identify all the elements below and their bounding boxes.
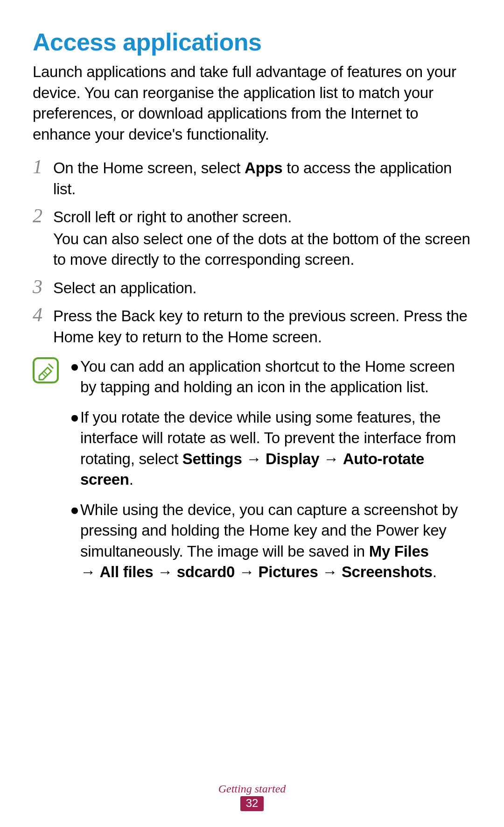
step-4: 4 Press the Back key to return to the pr… bbox=[33, 306, 471, 347]
page-footer: Getting started 32 bbox=[0, 783, 504, 811]
bullet-icon: ● bbox=[70, 356, 80, 377]
note-bold: sdcard0 bbox=[177, 563, 235, 580]
note-item: ● While using the device, you can captur… bbox=[70, 500, 471, 583]
page-title: Access applications bbox=[33, 28, 471, 56]
intro-paragraph: Launch applications and take full advant… bbox=[33, 62, 471, 145]
svg-line-2 bbox=[42, 373, 46, 377]
note-text: You can add an application shortcut to t… bbox=[80, 356, 471, 398]
step-bold: Apps bbox=[245, 159, 282, 177]
step-2: 2 Scroll left or right to another screen… bbox=[33, 207, 471, 270]
arrow-icon: → bbox=[80, 563, 100, 580]
svg-line-3 bbox=[44, 371, 48, 375]
step-body: Select an application. bbox=[53, 278, 471, 299]
step-text: Press the Back key to return to the prev… bbox=[53, 307, 468, 346]
step-number: 3 bbox=[33, 277, 53, 297]
note-text-part: . bbox=[433, 563, 437, 580]
note-bold: Screenshots bbox=[342, 563, 433, 580]
step-text: On the Home screen, select bbox=[53, 159, 245, 177]
note-text: If you rotate the device while using som… bbox=[80, 407, 471, 490]
note-block: ● You can add an application shortcut to… bbox=[33, 356, 471, 592]
step-number: 2 bbox=[33, 206, 53, 226]
page-container: Access applications Launch applications … bbox=[0, 0, 504, 827]
arrow-icon: → bbox=[318, 563, 341, 580]
arrow-icon: → bbox=[153, 563, 176, 580]
step-body: Scroll left or right to another screen. … bbox=[53, 207, 471, 270]
bullet-icon: ● bbox=[70, 407, 80, 428]
step-1: 1 On the Home screen, select Apps to acc… bbox=[33, 158, 471, 199]
note-bold: My Files bbox=[369, 543, 429, 560]
note-icon bbox=[33, 357, 59, 383]
note-text-part: . bbox=[129, 471, 133, 488]
note-bold: Pictures bbox=[259, 563, 318, 580]
note-bold: Settings bbox=[182, 450, 242, 467]
footer-section-title: Getting started bbox=[0, 783, 504, 795]
svg-line-1 bbox=[49, 364, 53, 368]
step-3: 3 Select an application. bbox=[33, 278, 471, 299]
note-bold: All files bbox=[100, 563, 154, 580]
note-list: ● You can add an application shortcut to… bbox=[70, 356, 471, 592]
page-number: 32 bbox=[240, 796, 264, 811]
bullet-icon: ● bbox=[70, 500, 80, 521]
note-bold: Display bbox=[266, 450, 319, 467]
step-text: Scroll left or right to another screen. bbox=[53, 208, 292, 226]
step-body: On the Home screen, select Apps to acces… bbox=[53, 158, 471, 199]
step-number: 4 bbox=[33, 305, 53, 325]
steps-list: 1 On the Home screen, select Apps to acc… bbox=[33, 158, 471, 347]
step-number: 1 bbox=[33, 157, 53, 177]
arrow-icon: → bbox=[319, 450, 343, 467]
step-body: Press the Back key to return to the prev… bbox=[53, 306, 471, 347]
step-text: Select an application. bbox=[53, 279, 196, 297]
note-item: ● If you rotate the device while using s… bbox=[70, 407, 471, 490]
note-item: ● You can add an application shortcut to… bbox=[70, 356, 471, 398]
arrow-icon: → bbox=[235, 563, 258, 580]
arrow-icon: → bbox=[242, 450, 265, 467]
note-text: While using the device, you can capture … bbox=[80, 500, 471, 583]
step-subtext: You can also select one of the dots at t… bbox=[53, 229, 471, 270]
